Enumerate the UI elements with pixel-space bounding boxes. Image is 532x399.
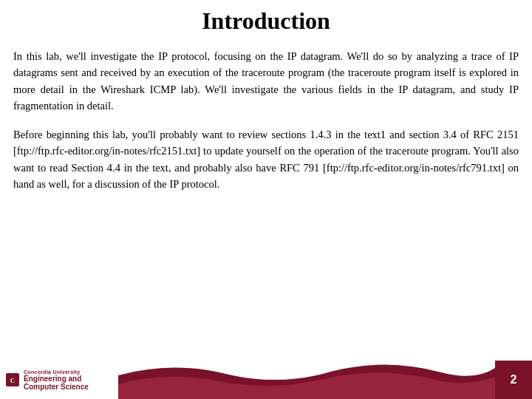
page-number: 2 bbox=[511, 373, 517, 386]
slide: Introduction In this lab, we'll investig… bbox=[0, 0, 532, 399]
svg-text:C: C bbox=[10, 377, 16, 384]
concordia-icon: C bbox=[6, 373, 19, 386]
logo-row: C Concordia University Engineering and C… bbox=[6, 369, 89, 391]
footer-page-number-area: 2 bbox=[495, 361, 532, 399]
content-area: Introduction In this lab, we'll investig… bbox=[0, 0, 532, 399]
slide-title: Introduction bbox=[13, 7, 519, 35]
footer-wave bbox=[118, 361, 495, 399]
footer: C Concordia University Engineering and C… bbox=[0, 361, 532, 399]
dept-line2: Computer Science bbox=[24, 383, 89, 391]
footer-logo: C Concordia University Engineering and C… bbox=[0, 361, 118, 399]
paragraph-2: Before beginning this lab, you'll probab… bbox=[13, 126, 519, 193]
footer-logo-text: Concordia University Engineering and Com… bbox=[24, 369, 89, 391]
dept-line1: Engineering and bbox=[24, 375, 81, 383]
paragraph-1: In this lab, we'll investigate the IP pr… bbox=[13, 48, 519, 115]
university-name: Concordia University bbox=[24, 369, 80, 375]
